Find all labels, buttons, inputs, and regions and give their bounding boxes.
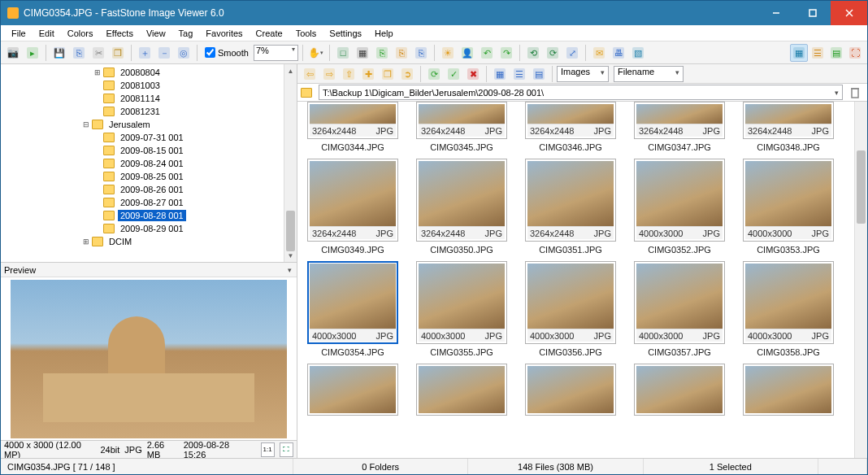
- layout1-icon[interactable]: ▦: [491, 65, 509, 83]
- filter-combo[interactable]: Images: [557, 66, 609, 82]
- tree-node[interactable]: ⊞20080804: [1, 66, 284, 79]
- thumbnail-item[interactable]: 4000x3000JPGCIMG0355.JPG: [414, 261, 509, 364]
- preview-area[interactable]: [1, 277, 297, 440]
- tree-node[interactable]: ⊟Jerusalem: [1, 118, 284, 131]
- camera-icon[interactable]: 📷: [4, 44, 22, 62]
- open-icon[interactable]: ▸: [24, 44, 41, 62]
- sort-combo[interactable]: Filename: [614, 66, 684, 82]
- undo-icon[interactable]: ↶: [478, 44, 496, 62]
- tree-toggle-icon[interactable]: ⊞: [80, 238, 92, 246]
- scroll-up-icon[interactable]: ▲: [284, 64, 297, 77]
- close-button[interactable]: [831, 1, 867, 25]
- thumbnail-item[interactable]: 3264x2448JPGCIMG0351.JPG: [523, 159, 618, 261]
- wallpaper-icon[interactable]: ▧: [629, 44, 647, 62]
- copy-to-folder-icon[interactable]: ❐: [379, 65, 397, 83]
- zoom-out-icon[interactable]: －: [155, 44, 173, 62]
- menu-file[interactable]: File: [6, 27, 32, 40]
- maximize-button[interactable]: [794, 1, 831, 25]
- menu-help[interactable]: Help: [369, 27, 399, 40]
- tree-toggle-icon[interactable]: ⊞: [92, 69, 103, 76]
- thumbnail-item[interactable]: 4000x3000JPGCIMG0352.JPG: [632, 159, 727, 261]
- tree-node[interactable]: 2009-08-24 001: [1, 157, 284, 170]
- thumbnail-grid[interactable]: 3264x2448JPGCIMG0344.JPG3264x2448JPGCIMG…: [297, 102, 854, 458]
- red-eye-icon[interactable]: 👤: [458, 44, 476, 62]
- layout2-icon[interactable]: ☰: [510, 65, 528, 83]
- thumbnail-item[interactable]: 3264x2448JPGCIMG0346.JPG: [523, 102, 618, 159]
- thumbnail-item[interactable]: [741, 364, 835, 416]
- pan-hand-icon[interactable]: ✋▾: [307, 44, 325, 62]
- save-icon[interactable]: 💾: [50, 44, 68, 62]
- thumbnail-item[interactable]: 4000x3000JPGCIMG0358.JPG: [741, 261, 835, 364]
- menu-edit[interactable]: Edit: [33, 27, 60, 40]
- refresh-icon[interactable]: ⟳: [425, 65, 443, 83]
- thumbnail-item[interactable]: 4000x3000JPGCIMG0356.JPG: [523, 261, 618, 364]
- view-thumbnails-icon[interactable]: ▦: [790, 44, 808, 62]
- cut-icon[interactable]: ✂: [89, 44, 107, 62]
- ratio-button[interactable]: 1:1: [261, 442, 275, 457]
- tree-node[interactable]: 20081003: [1, 79, 284, 92]
- menu-create[interactable]: Create: [250, 27, 289, 40]
- tree-toggle-icon[interactable]: ⊟: [80, 121, 92, 129]
- menu-settings[interactable]: Settings: [323, 27, 367, 40]
- print-icon[interactable]: 🖶: [610, 44, 627, 62]
- saveas-icon[interactable]: ⎘: [70, 44, 88, 62]
- menu-effects[interactable]: Effects: [101, 27, 139, 40]
- tree-node[interactable]: 2009-08-15 001: [1, 144, 284, 157]
- layout3-icon[interactable]: ▤: [530, 65, 548, 83]
- thumbnail-item[interactable]: [414, 364, 509, 416]
- preview-collapse-icon[interactable]: ▾: [286, 264, 293, 276]
- move-to-folder-icon[interactable]: ➲: [398, 65, 416, 83]
- thumbnail-item[interactable]: [632, 364, 727, 416]
- actual-size-icon[interactable]: ◎: [175, 44, 193, 62]
- recycle-bin-icon[interactable]: [846, 84, 864, 102]
- batch-convert-icon[interactable]: ⎘: [373, 44, 391, 62]
- scroll-thumb[interactable]: [286, 211, 295, 251]
- tree-node[interactable]: 2009-07-31 001: [1, 131, 284, 144]
- smooth-checkbox[interactable]: Smooth: [205, 47, 249, 58]
- scroll-down-icon[interactable]: ▼: [284, 249, 297, 262]
- compare-icon[interactable]: ⎘: [412, 44, 430, 62]
- thumbnail-item[interactable]: 4000x3000JPGCIMG0357.JPG: [632, 261, 727, 364]
- menu-colors[interactable]: Colors: [62, 27, 99, 40]
- view-list-icon[interactable]: ☰: [809, 44, 827, 62]
- new-folder-icon[interactable]: ✚: [359, 65, 377, 83]
- zoom-select[interactable]: 7%▾: [254, 45, 298, 61]
- tag-icon[interactable]: ✓: [445, 65, 462, 83]
- nav-forward-icon[interactable]: ⇨: [320, 65, 338, 83]
- thumbnail-item[interactable]: 3264x2448JPGCIMG0344.JPG: [306, 102, 400, 159]
- delete-icon[interactable]: ✖: [464, 65, 482, 83]
- thumbs-scroll-thumb[interactable]: [857, 150, 866, 224]
- adjust-light-icon[interactable]: ☀: [439, 44, 457, 62]
- film-icon[interactable]: ▦: [354, 44, 371, 62]
- batch-rename-icon[interactable]: ⎘: [393, 44, 410, 62]
- thumbs-scrollbar[interactable]: [854, 102, 867, 458]
- fullscreen-corner-icon[interactable]: ⛶: [280, 442, 293, 457]
- select-icon[interactable]: □: [334, 44, 352, 62]
- folder-tree[interactable]: ⊞20080804200810032008111420081231⊟Jerusa…: [1, 64, 284, 262]
- thumbnail-item[interactable]: 3264x2448JPGCIMG0350.JPG: [414, 159, 509, 261]
- rotate-left-icon[interactable]: ⟲: [524, 44, 542, 62]
- menu-tag[interactable]: Tag: [173, 27, 199, 40]
- minimize-button[interactable]: [757, 1, 794, 25]
- thumbnail-item[interactable]: 3264x2448JPGCIMG0348.JPG: [741, 102, 835, 159]
- path-input[interactable]: T:\Backup 1\Digicam_Bilder\Jerusalem\200…: [319, 85, 843, 100]
- tree-node[interactable]: 2009-08-28 001: [1, 209, 284, 222]
- thumbnail-item[interactable]: 3264x2448JPGCIMG0347.JPG: [632, 102, 727, 159]
- tree-node[interactable]: 2009-08-25 001: [1, 170, 284, 183]
- tree-node[interactable]: 20081231: [1, 105, 284, 118]
- thumbnail-item[interactable]: [306, 364, 400, 416]
- zoom-in-icon[interactable]: ＋: [136, 44, 154, 62]
- menu-view[interactable]: View: [141, 27, 171, 40]
- menu-tools[interactable]: Tools: [290, 27, 323, 40]
- thumbnail-item[interactable]: 3264x2448JPGCIMG0345.JPG: [414, 102, 509, 159]
- view-details-icon[interactable]: ▤: [827, 44, 845, 62]
- thumbnail-item[interactable]: 4000x3000JPGCIMG0353.JPG: [741, 159, 835, 261]
- thumbnail-item[interactable]: 3264x2448JPGCIMG0349.JPG: [306, 159, 400, 261]
- tree-node[interactable]: 2009-08-29 001: [1, 222, 284, 235]
- copy-icon[interactable]: ❐: [109, 44, 127, 62]
- nav-up-icon[interactable]: ⇧: [340, 65, 358, 83]
- tree-node[interactable]: 20081114: [1, 92, 284, 105]
- thumbnail-item[interactable]: [523, 364, 618, 416]
- tree-node[interactable]: ⊞DCIM: [1, 235, 284, 248]
- tree-node[interactable]: 2009-08-26 001: [1, 183, 284, 196]
